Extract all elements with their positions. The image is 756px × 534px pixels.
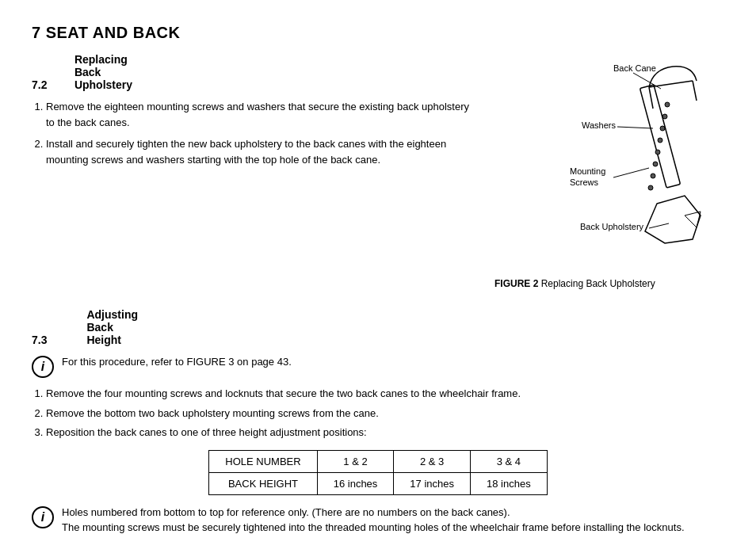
svg-point-3: [665, 102, 670, 107]
svg-line-15: [613, 168, 649, 177]
chapter-title: 7 SEAT AND BACK: [32, 24, 724, 42]
note-text-2: The mounting screws must be securely tig…: [62, 520, 685, 534]
table-header-1-2: 1 & 2: [317, 450, 394, 472]
table-header-3-4: 3 & 4: [471, 450, 548, 472]
section-73-title: 7.3 Adjusting Back Height: [32, 308, 724, 346]
note-text-1: Holes numbered from bottom to top for re…: [62, 505, 685, 521]
svg-point-7: [655, 150, 660, 154]
note-section: i Holes numbered from bottom to top for …: [32, 505, 724, 535]
table-row: BACK HEIGHT 16 inches 17 inches 18 inche…: [209, 472, 547, 494]
svg-text:Back Upholstery: Back Upholstery: [580, 222, 644, 231]
svg-text:Screws: Screws: [570, 177, 599, 187]
svg-point-9: [651, 174, 655, 178]
right-column: Back Cane Washers: [487, 53, 724, 289]
svg-line-21: [693, 81, 697, 101]
table-cell-17in: 17 inches: [394, 472, 471, 494]
section-72-title: 7.2 Replacing Back Upholstery: [32, 53, 471, 91]
step-73-1: Remove the four mounting screws and lock…: [46, 386, 724, 402]
figure2-svg: Back Cane Washers: [494, 57, 716, 271]
note-texts: Holes numbered from bottom to top for re…: [62, 505, 685, 535]
step-2: Install and securely tighten the new bac…: [46, 136, 471, 167]
svg-text:Back Cane: Back Cane: [613, 63, 656, 73]
step-73-3: Reposition the back canes to one of thre…: [46, 425, 724, 441]
svg-rect-2: [640, 85, 680, 188]
height-table: HOLE NUMBER 1 & 2 2 & 3 3 & 4 BACK HEIGH…: [208, 450, 547, 495]
table-cell-18in: 18 inches: [471, 472, 548, 494]
figure2-caption: FIGURE 2 Replacing Back Upholstery: [494, 278, 716, 289]
info-icon: i: [32, 356, 54, 378]
svg-marker-19: [685, 212, 701, 227]
svg-point-5: [660, 126, 665, 131]
info-text-73: For this procedure, refer to FIGURE 3 on…: [62, 354, 292, 370]
svg-point-8: [653, 162, 658, 166]
table-cell-back-height-label: BACK HEIGHT: [209, 472, 317, 494]
svg-text:Washers: Washers: [582, 120, 616, 130]
step-1: Remove the eighteen mounting screws and …: [46, 99, 471, 130]
svg-point-10: [648, 185, 653, 190]
left-column: 7.2 Replacing Back Upholstery Remove the…: [32, 53, 471, 289]
svg-text:Mounting: Mounting: [570, 166, 605, 176]
table-header-2-3: 2 & 3: [394, 450, 471, 472]
svg-line-17: [649, 223, 669, 228]
section-73-steps: Remove the four mounting screws and lock…: [32, 386, 724, 441]
step-73-2: Remove the bottom two back upholstery mo…: [46, 406, 724, 421]
info-box-73: i For this procedure, refer to FIGURE 3 …: [32, 354, 724, 378]
info-box-note: i Holes numbered from bottom to top for …: [32, 505, 724, 535]
figure2-container: Back Cane Washers: [494, 57, 716, 289]
info-icon-note: i: [32, 506, 54, 528]
svg-point-6: [658, 138, 662, 143]
table-header-hole: HOLE NUMBER: [209, 450, 317, 472]
svg-marker-18: [645, 196, 701, 243]
svg-line-20: [649, 81, 693, 87]
svg-line-22: [649, 87, 653, 109]
svg-line-12: [617, 127, 653, 128]
svg-point-4: [662, 114, 667, 119]
section-72-steps: Remove the eighteen mounting screws and …: [32, 99, 471, 167]
section-73: 7.3 Adjusting Back Height i For this pro…: [32, 308, 724, 534]
table-cell-16in: 16 inches: [317, 472, 394, 494]
content-area: 7.2 Replacing Back Upholstery Remove the…: [32, 53, 724, 289]
